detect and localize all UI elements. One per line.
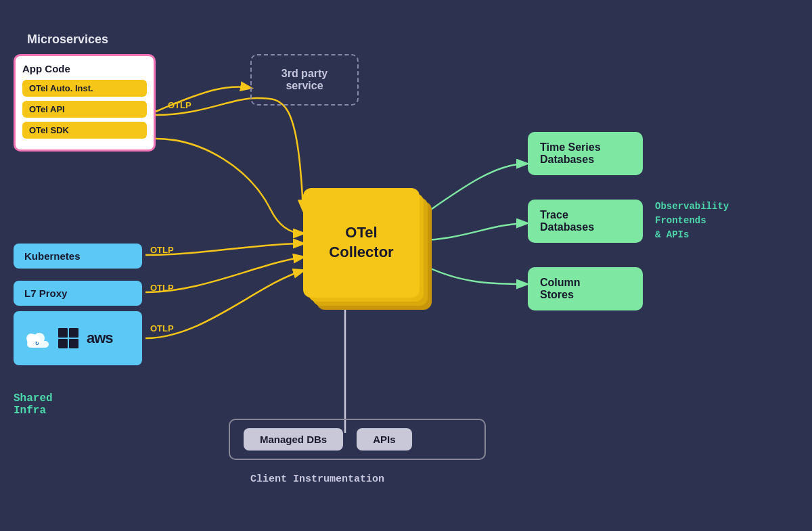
aws-icon: aws <box>87 329 113 347</box>
otlp-label-3: OTLP <box>150 283 174 293</box>
windows-icon <box>58 328 78 348</box>
column-stores-box: Column Stores <box>528 267 643 310</box>
client-instrumentation-label: Client Instrumentation <box>250 474 384 485</box>
managed-dbs-box: Managed DBs <box>244 428 343 451</box>
otel-collector-label: OTel Collector <box>329 223 393 262</box>
trace-db-box: Trace Databases <box>528 200 643 243</box>
otel-collector-main: OTel Collector <box>303 188 420 298</box>
observability-label: Observability Frontends & APIs <box>655 200 729 242</box>
apis-box: APIs <box>357 428 411 451</box>
app-code-title: App Code <box>22 63 147 74</box>
otlp-label-2: OTLP <box>150 245 174 255</box>
infra-icons-box: ↻ aws <box>14 311 142 365</box>
shared-infra-label: Shared Infra <box>14 392 53 417</box>
l7-proxy-box: L7 Proxy <box>14 281 142 306</box>
otel-sdk-badge: OTel SDK <box>22 122 147 139</box>
third-party-box: 3rd party service <box>250 54 359 106</box>
kubernetes-box: Kubernetes <box>14 244 142 269</box>
otel-auto-badge: OTel Auto. Inst. <box>22 80 147 97</box>
otel-api-badge: OTel API <box>22 101 147 118</box>
otlp-label-1: OTLP <box>168 100 191 110</box>
time-series-box: Time Series Databases <box>528 132 643 175</box>
microservices-label: Microservices <box>27 32 108 47</box>
cloud-icon: ↻ <box>24 327 50 349</box>
diagram-container: Microservices App Code OTel Auto. Inst. … <box>0 0 812 531</box>
svg-text:↻: ↻ <box>35 340 39 347</box>
app-code-box: App Code OTel Auto. Inst. OTel API OTel … <box>14 54 156 152</box>
otlp-label-4: OTLP <box>150 323 174 333</box>
client-instrumentation-box: Managed DBs APIs <box>229 419 486 460</box>
